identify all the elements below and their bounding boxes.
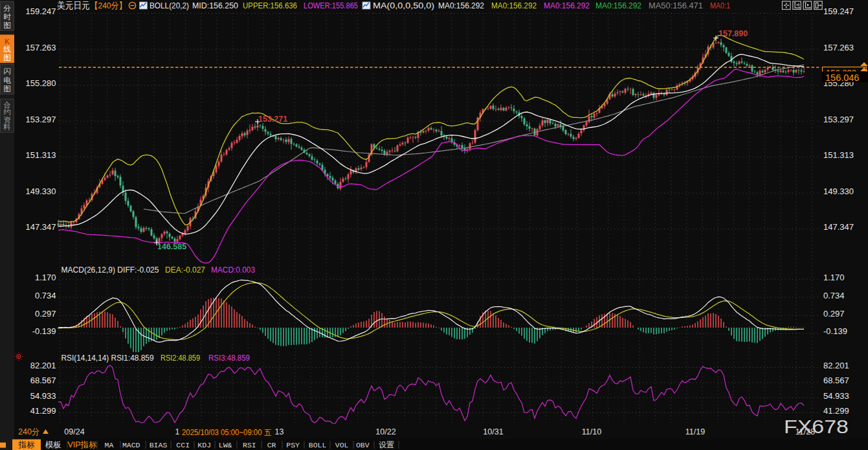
- svg-text:13: 13: [275, 427, 284, 436]
- svg-text:09/24: 09/24: [64, 427, 84, 436]
- svg-text:147.347: 147.347: [26, 222, 56, 232]
- svg-text:41.299: 41.299: [823, 406, 849, 416]
- svg-text:MACD(26,12,9) DIFF:-0.025: MACD(26,12,9) DIFF:-0.025: [61, 265, 159, 275]
- svg-text:2025/10/03 05:00~09:00 五: 2025/10/03 05:00~09:00 五: [182, 428, 271, 437]
- svg-text:0.297: 0.297: [823, 309, 845, 319]
- svg-text:82.201: 82.201: [823, 361, 849, 370]
- svg-text:151.313: 151.313: [26, 150, 56, 160]
- svg-text:KDJ: KDJ: [197, 441, 211, 449]
- svg-text:157.263: 157.263: [823, 43, 854, 52]
- svg-text:0.734: 0.734: [35, 291, 56, 300]
- svg-text:BOLL(20,2): BOLL(20,2): [150, 1, 189, 10]
- svg-text:BOLL: BOLL: [309, 441, 327, 449]
- svg-text:68.567: 68.567: [30, 376, 56, 385]
- svg-text:MA0:156.292: MA0:156.292: [544, 1, 590, 10]
- svg-text:240分: 240分: [18, 427, 39, 436]
- svg-text:146.585: 146.585: [157, 242, 186, 251]
- svg-text:MA(0,0,0,50,0): MA(0,0,0,50,0): [373, 1, 434, 10]
- svg-text:MACD:0.003: MACD:0.003: [211, 265, 255, 275]
- svg-text:VIP指标: VIP指标: [67, 440, 97, 449]
- svg-text:MA0:156.292: MA0:156.292: [595, 1, 641, 10]
- svg-text:156.046: 156.046: [825, 73, 859, 83]
- svg-text:图: 图: [3, 21, 11, 29]
- svg-text:11/19: 11/19: [685, 427, 705, 436]
- svg-text:图: 图: [3, 85, 11, 93]
- svg-text:68.567: 68.567: [823, 376, 849, 385]
- svg-text:RSI2:48.859: RSI2:48.859: [161, 353, 200, 363]
- svg-text:DEA:-0.027: DEA:-0.027: [165, 265, 205, 275]
- svg-text:MA50:156.471: MA50:156.471: [649, 1, 703, 10]
- svg-text:153.297: 153.297: [26, 115, 56, 124]
- svg-text:MA0:156.292: MA0:156.292: [438, 1, 484, 10]
- svg-text:CR: CR: [267, 441, 276, 449]
- svg-text:82.201: 82.201: [30, 361, 56, 370]
- svg-text:资: 资: [3, 116, 11, 124]
- svg-text:美元日元: 美元日元: [57, 1, 90, 10]
- svg-text:BIAS: BIAS: [150, 441, 168, 449]
- svg-text:K: K: [5, 38, 10, 45]
- svg-text:RSI: RSI: [243, 441, 256, 449]
- svg-text:149.330: 149.330: [26, 186, 56, 196]
- svg-text:10/22: 10/22: [375, 427, 395, 436]
- svg-text:RSI(14,14,14) RSI1:48.859: RSI(14,14,14) RSI1:48.859: [61, 353, 154, 363]
- svg-text:1.170: 1.170: [823, 273, 845, 282]
- svg-text:155.280: 155.280: [26, 78, 56, 88]
- svg-text:PSY: PSY: [286, 441, 300, 449]
- svg-text:MACD: MACD: [122, 441, 140, 449]
- svg-text:0.297: 0.297: [35, 309, 56, 319]
- svg-text:UPPER:156.636: UPPER:156.636: [243, 1, 297, 10]
- svg-text:-0.139: -0.139: [823, 326, 847, 336]
- svg-text:11/10: 11/10: [582, 427, 601, 436]
- svg-text:MA0:1: MA0:1: [710, 1, 730, 10]
- svg-text:41.299: 41.299: [30, 406, 56, 416]
- svg-text:模板: 模板: [45, 440, 61, 449]
- svg-text:指标: 指标: [18, 440, 36, 449]
- svg-text:线: 线: [3, 45, 11, 53]
- svg-text:-0.139: -0.139: [32, 326, 56, 336]
- svg-text:闪: 闪: [3, 67, 11, 75]
- svg-text:【240分】: 【240分】: [91, 1, 127, 10]
- svg-text:157.890: 157.890: [718, 29, 748, 38]
- svg-text:约: 约: [3, 108, 11, 116]
- svg-text:MA0:156.292: MA0:156.292: [491, 1, 537, 10]
- svg-text:159.247: 159.247: [26, 6, 56, 16]
- svg-text:RSI3:48.859: RSI3:48.859: [208, 353, 250, 363]
- svg-text:1: 1: [175, 427, 180, 436]
- svg-text:LOWER:155.865: LOWER:155.865: [304, 1, 358, 10]
- svg-text:153.297: 153.297: [823, 115, 854, 124]
- svg-text:159.247: 159.247: [823, 6, 854, 16]
- svg-text:157.263: 157.263: [26, 43, 56, 52]
- svg-text:149.330: 149.330: [823, 186, 854, 196]
- svg-text:图: 图: [3, 54, 11, 62]
- svg-text:1.170: 1.170: [35, 273, 56, 282]
- svg-text:151.313: 151.313: [823, 150, 854, 160]
- svg-text:54.933: 54.933: [823, 391, 849, 401]
- svg-text:10/31: 10/31: [483, 427, 503, 436]
- svg-text:MA: MA: [105, 441, 114, 449]
- svg-text:153.271: 153.271: [258, 115, 287, 124]
- svg-text:147.347: 147.347: [823, 222, 854, 232]
- svg-text:CCI: CCI: [176, 441, 190, 449]
- svg-text:FX678: FX678: [784, 416, 849, 437]
- svg-text:VOL: VOL: [335, 441, 349, 449]
- svg-text:时: 时: [3, 13, 11, 21]
- svg-text:料: 料: [3, 123, 11, 131]
- svg-text:分: 分: [3, 5, 11, 12]
- svg-text:电: 电: [3, 76, 11, 84]
- svg-text:LW&: LW&: [219, 441, 232, 449]
- svg-text:54.933: 54.933: [30, 391, 56, 401]
- svg-text:OBV: OBV: [356, 441, 370, 449]
- svg-text:MID:156.250: MID:156.250: [192, 1, 238, 10]
- svg-text:合: 合: [3, 101, 11, 109]
- svg-text:0.734: 0.734: [823, 291, 845, 300]
- svg-text:设置: 设置: [379, 440, 394, 449]
